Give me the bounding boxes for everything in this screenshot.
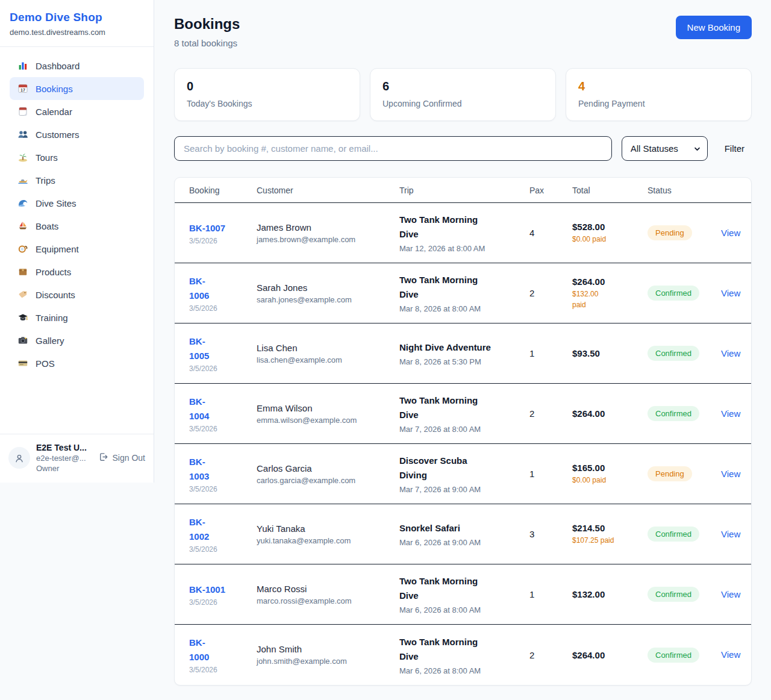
booking-link[interactable]: BK- 1005	[189, 334, 209, 363]
customer-name: Yuki Tanaka	[257, 523, 391, 534]
discounts-icon	[17, 289, 28, 300]
shop-title: Demo Dive Shop	[10, 11, 144, 24]
sidebar-item-label: Bookings	[36, 84, 73, 94]
sidebar-item-gallery[interactable]: Gallery	[10, 329, 144, 352]
trip-name: Two Tank Morning Dive	[399, 213, 521, 242]
sidebar-item-label: Customers	[36, 130, 80, 140]
sidebar-item-label: Dive Sites	[36, 198, 76, 208]
sidebar-item-pos[interactable]: POS	[10, 352, 144, 375]
training-icon	[17, 312, 28, 323]
customer-name: John Smith	[257, 644, 391, 654]
avatar	[8, 447, 30, 469]
paid-amount: $132.00 paid	[572, 289, 639, 310]
products-icon	[17, 266, 28, 277]
pax-value: 3	[529, 529, 572, 539]
booking-link[interactable]: BK- 1002	[189, 515, 209, 544]
sidebar-item-label: Discounts	[36, 290, 75, 300]
view-link[interactable]: View	[721, 288, 740, 298]
customer-name: Lisa Chen	[257, 343, 391, 353]
booking-link[interactable]: BK- 1003	[189, 455, 209, 484]
sign-out-icon	[98, 452, 108, 464]
trip-datetime: Mar 6, 2026 at 9:00 AM	[399, 538, 521, 547]
sidebar-item-equipment[interactable]: Equipment	[10, 237, 144, 260]
booking-link[interactable]: BK- 1004	[189, 395, 209, 423]
sign-out-button[interactable]: Sign Out	[98, 452, 145, 464]
view-link[interactable]: View	[721, 529, 740, 539]
column-header-booking: Booking	[189, 186, 257, 195]
customer-email: carlos.garcia@example.com	[257, 476, 391, 485]
svg-text:17: 17	[20, 88, 25, 92]
sidebar-item-tours[interactable]: Tours	[10, 146, 144, 169]
status-badge: Confirmed	[648, 346, 699, 361]
status-badge: Confirmed	[648, 286, 699, 301]
booking-date: 3/5/2026	[189, 485, 248, 493]
search-input[interactable]	[174, 136, 612, 161]
sidebar-item-training[interactable]: Training	[10, 306, 144, 329]
sidebar-item-label: Training	[36, 313, 68, 323]
stat-value: 6	[382, 80, 543, 93]
page-title: Bookings	[174, 16, 240, 33]
status-badge: Pending	[648, 225, 692, 240]
sidebar-item-products[interactable]: Products	[10, 260, 144, 283]
stat-label: Upcoming Confirmed	[382, 99, 543, 108]
dive-sites-icon	[17, 198, 28, 208]
column-header-trip: Trip	[399, 186, 529, 195]
customer-email: sarah.jones@example.com	[257, 295, 391, 304]
sidebar-item-discounts[interactable]: Discounts	[10, 283, 144, 306]
stat-card-todays-bookings: 0 Today's Bookings	[174, 68, 360, 121]
pax-value: 1	[529, 469, 572, 479]
sidebar-item-trips[interactable]: Trips	[10, 169, 144, 192]
calendar-icon	[17, 106, 28, 117]
customer-email: john.smith@example.com	[257, 657, 391, 666]
table-row: BK- 1004 3/5/2026 Emma Wilson emma.wilso…	[175, 384, 751, 444]
customer-name: James Brown	[257, 222, 391, 233]
column-header-customer: Customer	[257, 186, 399, 195]
view-link[interactable]: View	[721, 228, 740, 238]
booking-date: 3/5/2026	[189, 666, 248, 674]
new-booking-button[interactable]: New Booking	[676, 16, 752, 39]
table-row: BK- 1003 3/5/2026 Carlos Garcia carlos.g…	[175, 444, 751, 504]
stat-label: Pending Payment	[578, 99, 739, 108]
table-row: BK- 1000 3/5/2026 John Smith john.smith@…	[175, 625, 751, 685]
status-badge: Pending	[648, 466, 692, 481]
view-link[interactable]: View	[721, 469, 740, 479]
stat-value: 4	[578, 80, 739, 93]
table-body: BK-1007 3/5/2026 James Brown james.brown…	[175, 203, 751, 685]
filter-button[interactable]: Filter	[717, 139, 752, 158]
view-link[interactable]: View	[721, 348, 740, 358]
sidebar-item-dive-sites[interactable]: Dive Sites	[10, 192, 144, 214]
column-header-total: Total	[572, 186, 648, 195]
booking-link[interactable]: BK-1007	[189, 221, 225, 236]
trip-name: Two Tank Morning Dive	[399, 574, 521, 603]
pax-value: 1	[529, 348, 572, 358]
status-filter-select[interactable]: All Statuses	[622, 136, 708, 161]
sidebar-item-label: Gallery	[36, 336, 64, 346]
booking-link[interactable]: BK-1001	[189, 583, 225, 597]
table-row: BK- 1005 3/5/2026 Lisa Chen lisa.chen@ex…	[175, 323, 751, 384]
sidebar-item-bookings[interactable]: 17 Bookings	[10, 77, 144, 100]
pax-value: 2	[529, 288, 572, 298]
view-link[interactable]: View	[721, 408, 740, 419]
page-subtitle: 8 total bookings	[174, 38, 240, 48]
sidebar-item-boats[interactable]: Boats	[10, 214, 144, 237]
sidebar: Demo Dive Shop demo.test.divestreams.com…	[0, 0, 154, 483]
sidebar-item-dashboard[interactable]: Dashboard	[10, 54, 144, 77]
stat-label: Today's Bookings	[187, 99, 348, 108]
boats-icon	[17, 220, 28, 231]
view-link[interactable]: View	[721, 649, 740, 660]
booking-link[interactable]: BK- 1006	[189, 274, 209, 303]
total-value: $264.00	[572, 408, 639, 419]
sidebar-item-calendar[interactable]: Calendar	[10, 100, 144, 123]
customers-icon	[17, 129, 28, 140]
booking-link[interactable]: BK- 1000	[189, 636, 209, 664]
customer-email: lisa.chen@example.com	[257, 355, 391, 364]
sidebar-item-label: Boats	[36, 221, 58, 231]
sidebar-item-customers[interactable]: Customers	[10, 123, 144, 146]
trip-name: Snorkel Safari	[399, 521, 521, 536]
view-link[interactable]: View	[721, 589, 740, 599]
tours-icon	[17, 152, 28, 163]
trip-datetime: Mar 8, 2026 at 5:30 PM	[399, 357, 521, 366]
dashboard-icon	[17, 60, 28, 71]
trip-datetime: Mar 6, 2026 at 8:00 AM	[399, 666, 521, 675]
table-row: BK-1001 3/5/2026 Marco Rossi marco.rossi…	[175, 564, 751, 625]
